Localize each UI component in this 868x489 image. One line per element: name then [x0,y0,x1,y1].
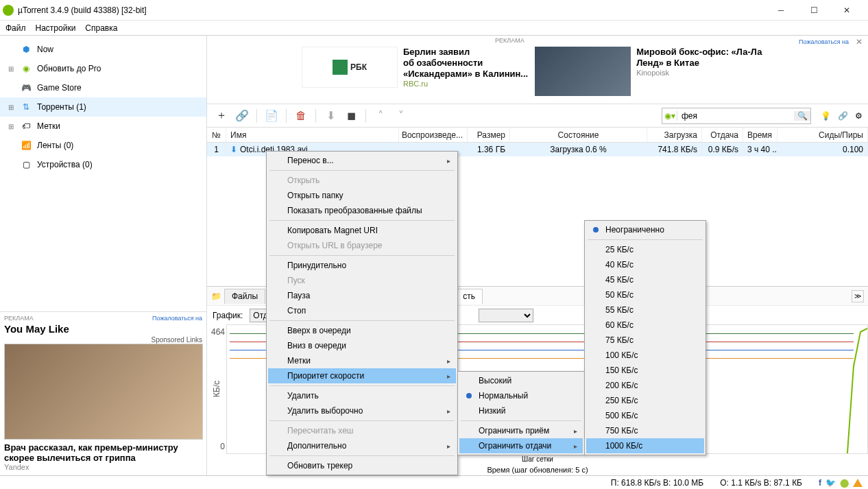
menu-help[interactable]: Справка [85,23,117,33]
share-icon[interactable]: 🔗 [838,111,848,121]
top-ad[interactable]: РЕКЛАМА Пожаловаться на ✕ РБК Берлин зая… [207,36,868,104]
add-torrent-button[interactable]: ＋ [213,107,230,125]
column-name[interactable]: Имя [226,128,399,142]
sidebar-item-now[interactable]: ⬢ Now [0,40,206,59]
mi-delete[interactable]: Удалить [268,388,456,403]
folder-icon: 📁 [211,291,221,301]
mi-500kbs[interactable]: 500 КБ/с [586,408,704,423]
mi-force[interactable]: Принудительно [268,258,456,273]
mi-advanced[interactable]: Дополнительно [268,438,456,453]
mi-copy-magnet[interactable]: Копировать Magnet URI [268,223,456,238]
stop-button[interactable]: ◼ [342,107,360,125]
mi-rehash: Пересчитать хеш [268,423,456,438]
warning-icon[interactable] [853,479,863,487]
sidebar-item-gamestore[interactable]: 🎮 Game Store [0,78,206,97]
expand-button[interactable]: ≫ [852,290,864,302]
mi-show-converted[interactable]: Показать преобразованные файлы [268,203,456,218]
mi-45kbs[interactable]: 45 КБ/с [586,272,704,287]
mi-normal[interactable]: Нормальный [459,388,583,403]
add-url-button[interactable]: 🔗 [233,107,251,125]
mi-750kbs[interactable]: 750 КБ/с [586,423,704,438]
ad-block-1[interactable]: РБК Берлин заявил об озабоченности «Иска… [302,47,528,101]
mi-update-tracker[interactable]: Обновить трекер [268,458,456,473]
mi-150kbs[interactable]: 150 КБ/с [586,363,704,378]
column-status[interactable]: Состояние [510,128,647,142]
column-size[interactable]: Размер [468,128,510,142]
mi-labels[interactable]: Метки [268,353,456,368]
context-menu-speed-limit: Неограниченно 25 КБ/с 40 КБ/с 45 КБ/с 50… [584,220,706,455]
mi-high[interactable]: Высокий [459,373,583,388]
tab-files[interactable]: Файлы [224,289,265,304]
sidebar-item-label: Ленты (0) [37,141,73,150]
column-seeds-peers[interactable]: Сиды/Пиры [777,128,868,142]
mi-pause[interactable]: Пауза [268,288,456,303]
moveup-button[interactable]: ˄ [372,107,389,125]
tab-speed[interactable]: сть [455,289,483,304]
delete-button[interactable]: 🗑 [292,107,310,125]
utorrent-icon[interactable]: ◉▾ [662,111,677,121]
create-torrent-button[interactable]: 📄 [263,107,280,125]
expand-icon[interactable]: ⊞ [8,104,15,111]
menu-settings[interactable]: Настройки [36,23,76,33]
maximize-button[interactable]: ☐ [804,3,824,17]
mi-50kbs[interactable]: 50 КБ/с [586,287,704,302]
sidebar-item-torrents[interactable]: ⊞ ⇅ Торренты (1) [0,97,206,117]
sidebar-item-devices[interactable]: ▢ Устройства (0) [0,155,206,174]
mi-40kbs[interactable]: 40 КБ/с [586,257,704,272]
mi-25kbs[interactable]: 25 КБ/с [586,242,704,257]
mi-limit-download[interactable]: Ограничить приём [459,423,583,438]
start-button[interactable]: ⬇ [322,107,339,125]
settings-icon[interactable]: ⚙ [855,111,863,121]
mi-move-to[interactable]: Перенос в... [268,153,456,168]
sidebar-item-feeds[interactable]: 📶 Ленты (0) [0,136,206,155]
mi-200kbs[interactable]: 200 КБ/с [586,378,704,393]
ad-block-2[interactable]: Мировой бокс-офис: «Ла-Ла Ленд» в Китае … [535,47,762,101]
movedown-button[interactable]: ˅ [392,107,410,125]
graph-select-2[interactable] [479,309,533,322]
search-icon[interactable]: 🔍 [794,111,810,121]
mi-unlimited[interactable]: Неограниченно [586,222,704,237]
mi-limit-upload[interactable]: Ограничить отдачи [459,438,583,453]
mi-queue-down[interactable]: Вниз в очереди [268,338,456,353]
sidebar-ad[interactable]: РЕКЛАМА Пожаловаться на You May Like Spo… [0,311,206,475]
mi-open-url: Открыть URL в браузере [268,238,456,253]
mi-1000kbs[interactable]: 1000 КБ/с [586,438,704,453]
expand-icon[interactable]: ⊞ [8,65,15,73]
sidebar-item-labels[interactable]: ⊞ 🏷 Метки [0,117,206,136]
menu-file[interactable]: Файл [5,23,26,33]
column-download[interactable]: Загрузка [647,128,702,142]
mi-delete-selective[interactable]: Удалить выборочно [268,403,456,418]
expand-icon[interactable]: ⊞ [8,123,15,130]
mi-speed-priority[interactable]: Приоритет скорости [268,368,456,383]
mi-stop[interactable]: Стоп [268,303,456,318]
window-title: µTorrent 3.4.9 (build 43388) [32-bit] [18,5,147,15]
column-num[interactable]: № [207,128,226,142]
ad-report-link[interactable]: Пожаловаться на [799,38,849,45]
ad-label: РЕКЛАМА [495,37,525,44]
remote-icon[interactable]: 💡 [821,111,831,121]
column-playback[interactable]: Воспроизведе... [399,128,468,142]
ad-report-link[interactable]: Пожаловаться на [152,315,202,322]
android-icon[interactable]: ⬤ [840,478,849,488]
mi-queue-up[interactable]: Вверх в очереди [268,323,456,338]
search-input[interactable] [677,108,794,123]
ad-brand: Yandex [4,463,202,471]
close-icon[interactable]: ✕ [856,37,863,47]
column-upload[interactable]: Отдача [702,128,743,142]
close-button[interactable]: ✕ [836,3,857,17]
mi-75kbs[interactable]: 75 КБ/с [586,333,704,348]
column-time[interactable]: Время [743,128,777,142]
status-download: П: 618.8 КБ/s В: 10.0 МБ [611,478,703,488]
facebook-icon[interactable]: f [819,478,821,488]
twitter-icon[interactable]: 🐦 [825,478,836,488]
mi-open-folder[interactable]: Открыть папку [268,188,456,203]
mi-55kbs[interactable]: 55 КБ/с [586,302,704,318]
mi-60kbs[interactable]: 60 КБ/с [586,318,704,333]
mi-250kbs[interactable]: 250 КБ/с [586,393,704,408]
device-icon: ▢ [21,159,32,170]
ad-logo: РБК [302,47,398,88]
minimize-button[interactable]: ─ [771,3,791,17]
mi-100kbs[interactable]: 100 КБ/с [586,348,704,363]
mi-low[interactable]: Низкий [459,403,583,418]
sidebar-item-upgrade[interactable]: ⊞ ◉ Обновить до Pro [0,59,206,78]
